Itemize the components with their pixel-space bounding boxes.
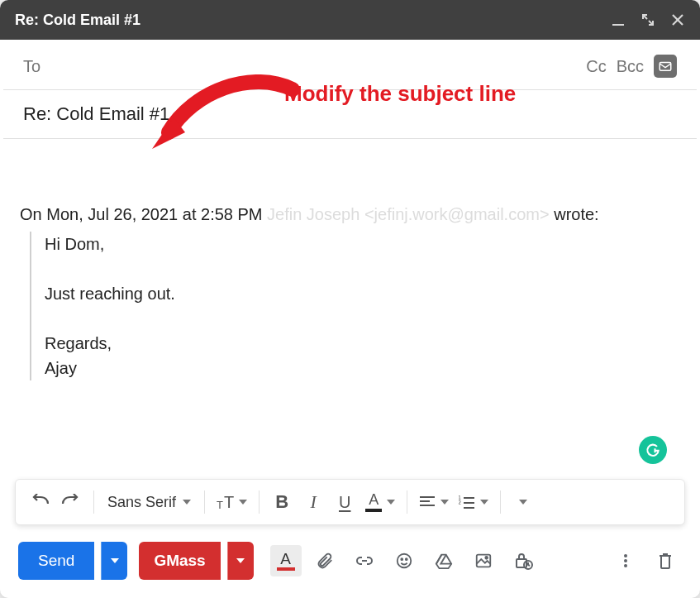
underline-icon: U [339,493,350,512]
svg-point-14 [485,557,488,559]
svg-point-12 [406,558,407,560]
text-color-button[interactable]: A [362,487,398,517]
insert-photo-button[interactable] [467,544,500,577]
svg-rect-1 [660,63,671,71]
insert-drive-button[interactable] [427,544,460,577]
chevron-down-icon [111,558,119,563]
font-family-label: Sans Serif [107,494,176,511]
chevron-down-icon [480,500,488,505]
formatting-toggle-button[interactable]: A [270,545,302,576]
list-button[interactable]: 1 2 [455,487,492,517]
quote-intro: On Mon, Jul 26, 2021 at 2:58 PM Jefin Jo… [20,202,680,227]
chevron-down-icon [239,500,247,505]
quoted-line: Hi Dom, [45,232,680,256]
attach-button[interactable] [308,544,341,577]
font-size-icon: TT [217,494,234,510]
undo-button[interactable] [26,487,54,517]
window-title: Re: Cold Email #1 [15,12,611,29]
formatting-toggle-icon: A [280,551,291,567]
more-formatting-button[interactable] [509,487,537,517]
grammarly-icon[interactable] [639,436,667,464]
drive-icon [435,552,453,570]
chevron-down-icon [236,558,245,563]
subject-input[interactable] [23,103,677,125]
fullscreen-icon[interactable] [640,12,655,27]
font-size-button[interactable]: TT [213,487,250,517]
quoted-line: Just reaching out. [45,281,680,306]
svg-point-17 [624,554,627,557]
redo-button[interactable] [57,487,85,517]
trash-icon [657,552,674,570]
bottom-bar: Send GMass A [0,525,700,598]
list-icon: 1 2 [459,495,475,509]
confidential-mode-button[interactable] [507,544,540,577]
kebab-icon [617,553,634,569]
chevron-down-icon [387,500,395,505]
quote-intro-suffix: wrote: [550,205,599,223]
svg-point-10 [397,554,411,568]
align-icon [419,495,436,509]
emoji-icon [395,552,413,570]
to-label: To [23,57,48,76]
photo-icon [474,552,493,570]
chevron-down-icon [183,500,191,505]
text-color-icon: A [365,492,382,512]
gmass-envelope-icon[interactable] [654,55,677,78]
quoted-block: Hi Dom, Just reaching out. Regards, Ajay [30,232,680,380]
link-icon [355,551,374,571]
lock-clock-icon [513,551,533,571]
svg-rect-0 [612,24,624,26]
send-button[interactable]: Send [18,542,94,580]
svg-point-18 [624,559,627,562]
subject-row [3,90,697,139]
svg-point-11 [401,558,402,560]
bold-button[interactable]: B [268,487,296,517]
quoted-line [45,306,680,331]
recipients-row: To Cc Bcc Modify the subject line [3,40,697,90]
compose-window: Re: Cold Email #1 To Cc Bcc [0,0,700,598]
paperclip-icon [316,552,334,570]
quote-intro-sender: Jefin Joseph <jefinj.work@gmail.com> [267,205,550,223]
font-family-select[interactable]: Sans Serif [102,487,196,517]
send-more-button[interactable] [101,542,127,580]
chevron-down-icon [519,500,527,505]
quoted-line: Ajay [45,356,680,380]
quoted-line [45,256,680,281]
minimize-icon[interactable] [611,12,626,27]
email-body[interactable]: On Mon, Jul 26, 2021 at 2:58 PM Jefin Jo… [0,139,700,447]
gmass-button[interactable]: GMass [139,542,220,580]
quoted-line: Regards, [45,331,680,356]
format-toolbar: Sans Serif TT B I U A 1 2 [15,479,685,525]
cc-button[interactable]: Cc [586,57,606,76]
bcc-button[interactable]: Bcc [617,57,644,76]
bold-icon: B [275,491,288,513]
insert-emoji-button[interactable] [388,544,421,577]
titlebar: Re: Cold Email #1 [0,0,700,40]
align-button[interactable] [416,487,452,517]
more-options-button[interactable] [609,544,642,577]
chevron-down-icon [440,500,449,505]
discard-draft-button[interactable] [649,544,682,577]
underline-button[interactable]: U [331,487,359,517]
italic-icon: I [311,491,317,513]
to-input[interactable] [58,58,576,75]
insert-link-button[interactable] [348,544,381,577]
close-icon[interactable] [670,12,685,27]
svg-text:2: 2 [459,500,461,505]
gmass-more-button[interactable] [227,542,254,580]
svg-point-19 [624,564,627,567]
quote-intro-prefix: On Mon, Jul 26, 2021 at 2:58 PM [20,205,267,223]
italic-button[interactable]: I [299,487,327,517]
